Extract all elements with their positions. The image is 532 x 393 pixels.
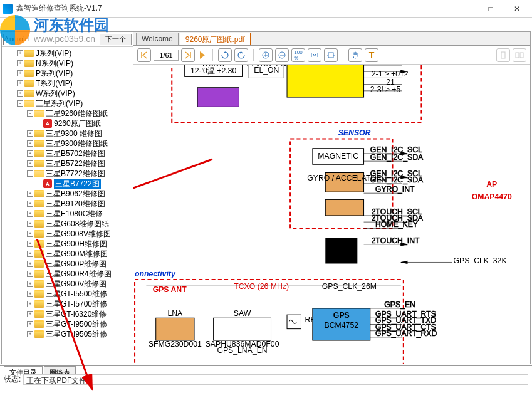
left-panel: 下一个 +J系列(VIP)+N系列(VIP)+P系列(VIP)+T系列(VIP)…	[2, 32, 133, 364]
expand-toggle[interactable]: +	[27, 160, 33, 167]
fit-width-button[interactable]	[308, 48, 321, 62]
minimize-button[interactable]: —	[452, 1, 477, 16]
file-tree[interactable]: +J系列(VIP)+N系列(VIP)+P系列(VIP)+T系列(VIP)+W系列…	[2, 47, 133, 364]
tree-label: 三星B9120维修图	[46, 199, 105, 209]
tree-node[interactable]: +N系列(VIP)	[2, 58, 133, 68]
right-panel: Welcome 9260原厂图纸.pdf 100% T	[133, 32, 530, 364]
tree-node[interactable]: +三星GT-I9500维修	[2, 319, 133, 329]
expand-toggle[interactable]: +	[27, 281, 33, 287]
next-button[interactable]: 下一个	[100, 34, 132, 45]
tree-node[interactable]: +三星B5702维修图	[2, 149, 133, 159]
expand-toggle[interactable]: +	[27, 271, 33, 277]
tree-node[interactable]: +三星E1080C维修	[2, 209, 133, 219]
tree-node[interactable]: -三星B7722维修图	[2, 169, 133, 179]
expand-toggle[interactable]: +	[27, 251, 33, 257]
zoom-out-button[interactable]	[275, 48, 289, 62]
tab-document[interactable]: 9260原厂图纸.pdf	[180, 33, 251, 45]
expand-toggle[interactable]: +	[27, 140, 33, 147]
expand-toggle[interactable]: +	[27, 201, 33, 207]
pdf-viewer[interactable]: DCDC 12-'0温 +2.30 ELVDD_EN EL_ON OCTA	[133, 65, 530, 364]
expand-toggle[interactable]: -	[17, 100, 23, 107]
fit-page-button[interactable]	[324, 48, 338, 62]
tree-node[interactable]: +三星9300 维修图	[2, 128, 133, 139]
folder-icon	[34, 240, 44, 248]
tree-node[interactable]: +三星G900R4维修图	[2, 269, 133, 279]
page-input[interactable]	[154, 50, 179, 61]
svg-rect-3	[501, 52, 505, 58]
first-page-button[interactable]	[137, 48, 151, 62]
expand-toggle[interactable]: +	[17, 60, 23, 66]
double-page-button[interactable]	[513, 48, 526, 62]
go-button[interactable]	[200, 51, 205, 59]
expand-toggle[interactable]: +	[27, 311, 33, 317]
svg-rect-60	[156, 318, 194, 340]
last-page-button[interactable]	[181, 48, 195, 62]
tree-node[interactable]: +P系列(VIP)	[2, 68, 133, 78]
tree-node[interactable]: -三星9260维修图纸	[2, 108, 133, 118]
tree-node[interactable]: +三星B9062维修图	[2, 189, 133, 199]
svg-rect-10	[197, 88, 239, 107]
tree-label: 三星系列(VIP)	[36, 98, 83, 109]
expand-toggle[interactable]: +	[17, 50, 23, 56]
text-tool-button[interactable]: T	[365, 48, 378, 62]
tree-node[interactable]: +三星G9008V维修图	[2, 229, 133, 239]
tree-node[interactable]: +三星GT-i6320维修	[2, 309, 133, 319]
tree-node[interactable]: +三星GT-I5500维修	[2, 289, 133, 299]
expand-toggle[interactable]: -	[27, 110, 33, 117]
tree-node[interactable]: +三星G900H维修图	[2, 239, 133, 249]
tree-node[interactable]: +三星GT-I9505维修	[2, 329, 133, 339]
zoom-100-button[interactable]: 100%	[291, 48, 305, 62]
tree-node[interactable]: +三星G900V维修图	[2, 279, 133, 289]
expand-toggle[interactable]: +	[17, 90, 23, 97]
close-button[interactable]: ✕	[504, 1, 529, 16]
expand-toggle[interactable]: +	[27, 331, 33, 337]
tree-node[interactable]: +三星G608维修图纸	[2, 219, 133, 229]
tree-node[interactable]: +三星G900M维修图	[2, 249, 133, 259]
tree-node[interactable]: +三星9300维修图纸	[2, 139, 133, 149]
tree-node[interactable]: +三星GT-I5700维修	[2, 299, 133, 309]
rotate-left-button[interactable]	[218, 48, 232, 62]
expand-toggle[interactable]: -	[27, 170, 33, 177]
tree-node[interactable]: +三星B9120维修图	[2, 199, 133, 209]
tree-node[interactable]: +三星G900P维修图	[2, 259, 133, 269]
single-page-button[interactable]	[496, 48, 510, 62]
tree-node[interactable]: +W系列(VIP)	[2, 88, 133, 98]
tree-label: 三星G608维修图纸	[46, 219, 109, 229]
tree-node[interactable]: A9260原厂图纸	[2, 118, 133, 128]
tab-welcome[interactable]: Welcome	[136, 33, 179, 45]
tree-label: 三星B5702维修图	[46, 149, 105, 159]
svg-text:GPS_LNA_EN: GPS_LNA_EN	[217, 346, 267, 355]
expand-toggle[interactable]: +	[27, 301, 33, 307]
tree-node[interactable]: A三星B7722图	[2, 179, 133, 189]
expand-toggle[interactable]: +	[27, 221, 33, 227]
zoom-in-button[interactable]	[259, 48, 273, 62]
expand-toggle[interactable]: +	[17, 70, 23, 76]
expand-toggle[interactable]: +	[17, 80, 23, 86]
svg-text:GPS_UART_RXD: GPS_UART_RXD	[375, 329, 437, 338]
document-tabs: Welcome 9260原厂图纸.pdf	[133, 32, 530, 46]
search-input[interactable]	[3, 34, 98, 45]
svg-text:AP: AP	[486, 180, 497, 189]
expand-toggle[interactable]: +	[27, 231, 33, 237]
tree-node[interactable]: -三星系列(VIP)	[2, 98, 133, 108]
rotate-right-button[interactable]	[234, 48, 248, 62]
tree-label: 三星GT-i6320维修	[46, 309, 107, 320]
tree-label: 三星E1080C维修	[46, 209, 103, 219]
expand-toggle[interactable]: +	[27, 150, 33, 157]
svg-text:BCM4752: BCM4752	[325, 321, 359, 330]
folder-icon	[24, 90, 34, 97]
tree-node[interactable]: +J系列(VIP)	[2, 48, 133, 58]
expand-toggle[interactable]: +	[27, 130, 33, 137]
tree-label: T系列(VIP)	[36, 78, 73, 89]
maximize-button[interactable]: □	[478, 1, 503, 16]
expand-toggle[interactable]: +	[27, 261, 33, 267]
tree-node[interactable]: +T系列(VIP)	[2, 78, 133, 88]
tree-node[interactable]: +三星B5722维修图	[2, 159, 133, 169]
expand-toggle[interactable]: +	[27, 191, 33, 197]
expand-toggle[interactable]: +	[27, 321, 33, 327]
expand-toggle[interactable]: +	[27, 241, 33, 247]
expand-toggle[interactable]: +	[27, 211, 33, 217]
hand-tool-button[interactable]	[348, 48, 362, 62]
expand-toggle[interactable]: +	[27, 291, 33, 297]
folder-icon	[34, 320, 44, 328]
